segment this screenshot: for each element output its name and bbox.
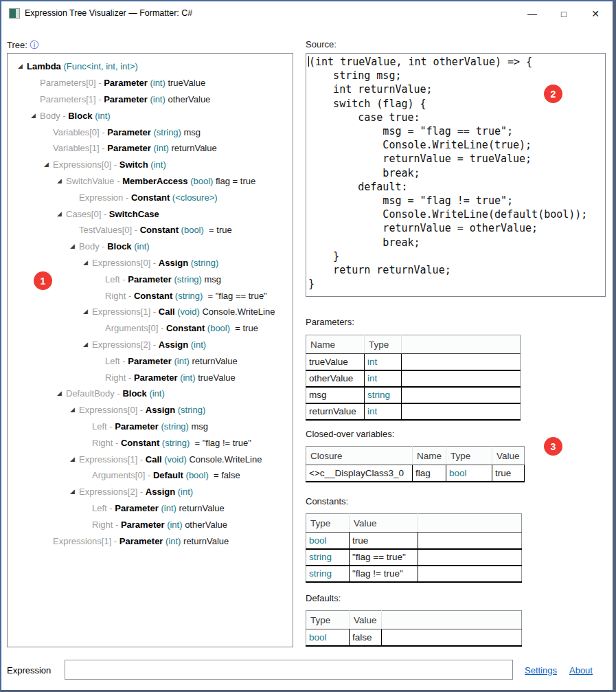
close-button[interactable]: ✕	[580, 1, 611, 26]
settings-link[interactable]: Settings	[525, 665, 557, 676]
table-row[interactable]: returnValueint	[306, 403, 521, 420]
tree-node-text: Block	[122, 388, 146, 399]
expander-icon[interactable]: ◢	[70, 489, 79, 495]
tree-node-text: Expressions[0] -	[53, 159, 119, 170]
tree-node[interactable]: ◢Expressions[0] - Switch (int)	[8, 157, 293, 173]
tree-node[interactable]: ◢Expressions[2] - Assign (int)	[8, 337, 293, 353]
minimize-button[interactable]: —	[516, 1, 548, 26]
tree-node-text: (bool)	[188, 176, 214, 186]
expander-icon[interactable]: ◢	[83, 260, 92, 266]
tree-node-text: (string)	[175, 405, 205, 415]
tree-node[interactable]: Right - Constant (string) = "flag == tru…	[8, 287, 293, 304]
column-header[interactable]	[382, 611, 522, 629]
expander-icon[interactable]: ◢	[83, 309, 92, 315]
tree-node[interactable]: Right - Parameter (int) trueValue	[8, 369, 293, 386]
expander-icon[interactable]: ◢	[70, 456, 79, 462]
table-row[interactable]: string"flag != true"	[306, 566, 522, 582]
table-cell: flag	[413, 465, 446, 482]
expander-icon[interactable]: ◢	[57, 390, 66, 397]
tree-node[interactable]: Arguments[0] - Default (bool) = false	[8, 467, 293, 484]
tree-node[interactable]: Left - Parameter (int) returnValue	[8, 500, 293, 517]
table-row[interactable]: otherValueint	[306, 370, 521, 387]
expander-icon[interactable]: ◢	[57, 178, 66, 184]
tree-node[interactable]: Variables[1] - Parameter (int) returnVal…	[8, 140, 293, 157]
about-link[interactable]: About	[569, 665, 593, 676]
table-row[interactable]: trueValueint	[306, 354, 521, 370]
table-row[interactable]: boolfalse	[306, 629, 522, 646]
column-header[interactable]: Type	[306, 611, 350, 629]
code-line: return returnValue;	[308, 263, 605, 277]
column-header[interactable]: Value	[492, 447, 525, 465]
maximize-button[interactable]: □	[548, 1, 580, 26]
column-header[interactable]: Value	[350, 514, 418, 533]
column-header[interactable]: Type	[365, 335, 402, 354]
tree-node[interactable]: ◢Expressions[2] - Assign (int)	[8, 484, 293, 500]
tree-node[interactable]: TestValues[0] - Constant (bool) = true	[8, 222, 293, 238]
tree-node-text: Assign	[146, 405, 175, 415]
expression-tree-visualizer-window: Expression Tree Visualizer — Formatter: …	[0, 0, 616, 692]
expander-icon[interactable]: ◢	[18, 63, 27, 69]
tree-node[interactable]: ◢Expressions[0] - Assign (string)	[8, 255, 293, 271]
tree-node[interactable]: Arguments[0] - Constant (bool) = true	[8, 320, 293, 337]
tree-node-text: MemberAccess	[122, 176, 187, 186]
code-line: returnValue = trueValue;	[308, 152, 605, 166]
tree-node-text: (int)	[148, 94, 166, 104]
column-header[interactable]: Value	[350, 611, 382, 629]
expression-tree[interactable]: ◢Lambda (Func<int, int, int>)Parameters[…	[7, 53, 293, 647]
text-caret	[308, 56, 309, 67]
tree-node[interactable]: ◢Body - Block (int)	[8, 238, 293, 255]
tree-node[interactable]: ◢Cases[0] - SwitchCase	[8, 205, 293, 222]
column-header[interactable]	[418, 514, 522, 533]
column-header[interactable]	[402, 335, 521, 354]
column-header[interactable]: Closure	[306, 447, 413, 465]
tree-node[interactable]: Right - Parameter (int) otherValue	[8, 516, 293, 533]
table-row[interactable]: <>c__DisplayClass3_0flagbooltrue	[306, 465, 525, 482]
tree-node[interactable]: Expressions[1] - Parameter (int) returnV…	[8, 533, 293, 549]
tree-node-text: Cases[0] -	[66, 209, 109, 219]
table-cell: int	[365, 370, 402, 387]
defaults-label: Defaults:	[306, 593, 341, 603]
tree-node[interactable]: Variables[0] - Parameter (string) msg	[8, 124, 293, 140]
tree-node[interactable]: Left - Parameter (string) msg	[8, 418, 293, 435]
title-bar[interactable]: Expression Tree Visualizer — Formatter: …	[1, 1, 613, 26]
tree-node-text: Default	[153, 470, 183, 480]
tree-node[interactable]: Expression - Constant (<closure>)	[8, 189, 293, 205]
table-row[interactable]: string"flag == true"	[306, 549, 522, 566]
table-cell: false	[350, 629, 382, 646]
tree-node-text: TestValues[0] -	[79, 225, 140, 235]
table-cell	[402, 403, 521, 420]
table-row[interactable]: booltrue	[306, 533, 522, 549]
code-line: returnValue = otherValue;	[308, 221, 605, 235]
tree-node[interactable]: Parameters[0] - Parameter (int) trueValu…	[8, 75, 293, 91]
table-cell: msg	[306, 387, 365, 403]
column-header[interactable]: Name	[413, 447, 446, 465]
table-cell	[418, 566, 522, 582]
tree-node-text: returnValue	[169, 143, 217, 153]
expander-icon[interactable]: ◢	[31, 113, 40, 119]
table-row[interactable]: msgstring	[306, 387, 521, 403]
tree-node-text: (int)	[151, 143, 169, 153]
tree-node[interactable]: Parameters[1] - Parameter (int) otherVal…	[8, 91, 293, 108]
expander-icon[interactable]: ◢	[70, 243, 79, 249]
tree-node-text: msg	[181, 127, 201, 137]
tree-node[interactable]: ◢DefaultBody - Block (int)	[8, 386, 293, 402]
tree-node[interactable]: ◢Body - Block (int)	[8, 107, 293, 124]
tree-node[interactable]: ◢Expressions[1] - Call (void) Console.Wr…	[8, 451, 293, 467]
column-header[interactable]: Name	[306, 335, 365, 354]
expander-icon[interactable]: ◢	[57, 211, 66, 217]
tree-node-text: Parameter	[128, 274, 172, 284]
tree-node[interactable]: Right - Constant (string) = "flag != tru…	[8, 434, 293, 451]
column-header[interactable]: Type	[306, 514, 350, 533]
tree-node[interactable]: ◢SwitchValue - MemberAccess (bool) flag …	[8, 173, 293, 190]
expander-icon[interactable]: ◢	[44, 161, 53, 168]
tree-node[interactable]: ◢Expressions[0] - Assign (string)	[8, 402, 293, 418]
expander-icon[interactable]: ◢	[70, 407, 79, 413]
column-header[interactable]: Type	[446, 447, 492, 465]
tree-node-text: DefaultBody -	[66, 388, 122, 399]
info-icon[interactable]: ⓘ	[30, 40, 38, 50]
expression-input[interactable]	[65, 660, 513, 680]
tree-node[interactable]: ◢Expressions[1] - Call (void) Console.Wr…	[8, 304, 293, 320]
tree-node[interactable]: Left - Parameter (int) returnValue	[8, 353, 293, 369]
expander-icon[interactable]: ◢	[83, 342, 92, 348]
tree-node[interactable]: ◢Lambda (Func<int, int, int>)	[8, 58, 293, 75]
